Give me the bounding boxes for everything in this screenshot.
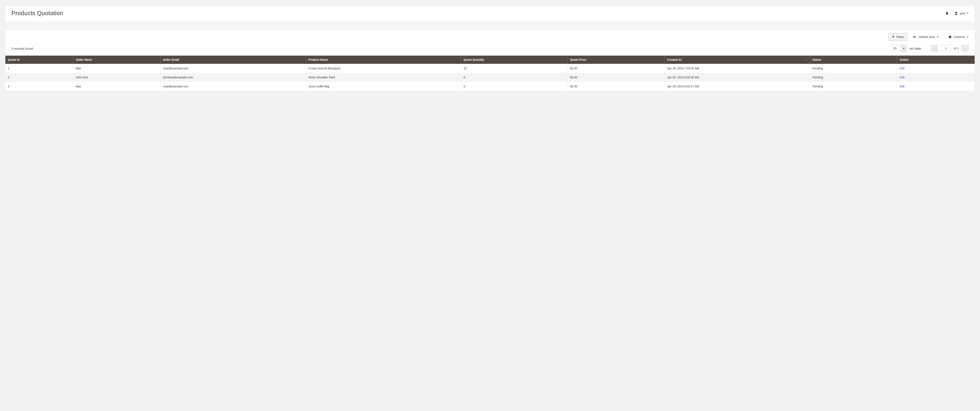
account-name: jane bbox=[960, 12, 965, 15]
action-cell: Edit bbox=[897, 82, 975, 91]
table-cell: Crown Summit Backpack bbox=[306, 64, 461, 73]
table-cell: 10 bbox=[461, 64, 568, 73]
grid-toolbar: Filters Default View Columns bbox=[5, 30, 975, 41]
page-header: Products Quotation jane bbox=[5, 6, 975, 22]
table-cell: Pending bbox=[810, 73, 897, 82]
table-row: 3Maxmax@example.comJoust Duffle Bag5$2.0… bbox=[5, 82, 975, 91]
edit-link[interactable]: Edit bbox=[900, 76, 905, 79]
total-pages-label: of 1 bbox=[954, 47, 959, 50]
column-header[interactable]: Created At↑ bbox=[664, 56, 810, 64]
current-page-input[interactable] bbox=[941, 45, 951, 52]
chevron-down-icon bbox=[903, 48, 905, 49]
table-cell: Jan 29, 2019 7:33:00 AM bbox=[664, 64, 810, 73]
grid-meta: 3 records found per page of 1 bbox=[5, 41, 975, 56]
table-cell: Max bbox=[73, 64, 161, 73]
account-menu[interactable]: jane bbox=[954, 11, 969, 15]
next-page-button[interactable] bbox=[961, 45, 969, 52]
edit-link[interactable]: Edit bbox=[900, 85, 905, 88]
chevron-down-icon bbox=[967, 37, 969, 38]
prev-page-button[interactable] bbox=[931, 45, 938, 52]
table-cell: 3 bbox=[5, 82, 73, 91]
funnel-icon bbox=[892, 35, 895, 38]
table-cell: Jan 29, 2019 6:58:26 AM bbox=[664, 73, 810, 82]
column-header[interactable]: Product Name bbox=[306, 56, 461, 64]
filters-button[interactable]: Filters bbox=[888, 33, 908, 41]
table-cell: John Doe bbox=[73, 73, 161, 82]
header-band bbox=[5, 22, 975, 30]
page-title: Products Quotation bbox=[11, 10, 63, 17]
column-header[interactable]: Status bbox=[810, 56, 897, 64]
table-cell: Pending bbox=[810, 64, 897, 73]
per-page-label: per page bbox=[910, 47, 921, 50]
column-header[interactable]: Action bbox=[897, 56, 975, 64]
table-cell: $2.00 bbox=[568, 64, 665, 73]
per-page-input[interactable] bbox=[891, 45, 900, 52]
per-page-dropdown[interactable] bbox=[900, 45, 907, 52]
edit-link[interactable]: Edit bbox=[900, 67, 905, 70]
chevron-right-icon bbox=[964, 47, 966, 50]
notifications-button[interactable] bbox=[945, 11, 949, 15]
table-cell: 6 bbox=[461, 73, 568, 82]
table-row: 2John Doejohndoe@example.comStrive Shoul… bbox=[5, 73, 975, 82]
view-selector[interactable]: Default View bbox=[912, 35, 939, 38]
table-cell: 1 bbox=[5, 64, 73, 73]
table-cell: $3.00 bbox=[568, 73, 665, 82]
user-icon bbox=[954, 11, 958, 15]
pager: per page of 1 bbox=[891, 45, 969, 52]
view-label: Default View bbox=[919, 35, 935, 38]
table-cell: max@example.com bbox=[161, 64, 306, 73]
table-cell: 2 bbox=[5, 73, 73, 82]
table-cell: Pending bbox=[810, 82, 897, 91]
table-cell: johndoe@example.com bbox=[161, 73, 306, 82]
records-count: 3 records found bbox=[11, 47, 33, 50]
chevron-left-icon bbox=[934, 47, 935, 50]
header-controls: jane bbox=[945, 11, 969, 15]
column-header[interactable]: Quote Price bbox=[568, 56, 665, 64]
action-cell: Edit bbox=[897, 73, 975, 82]
table-header-row: Quote IdSeller NameSeller EmailProduct N… bbox=[5, 56, 975, 64]
per-page-control bbox=[891, 45, 907, 52]
column-header[interactable]: Quote Id bbox=[5, 56, 73, 64]
table-cell: $2.00 bbox=[568, 82, 665, 91]
table-cell: Jan 29, 2019 6:52:57 AM bbox=[664, 82, 810, 91]
chevron-down-icon bbox=[967, 13, 969, 14]
filters-label: Filters bbox=[896, 35, 904, 38]
chevron-down-icon bbox=[937, 37, 939, 38]
data-grid: Quote IdSeller NameSeller EmailProduct N… bbox=[5, 56, 975, 91]
column-header[interactable]: Quote Quantity bbox=[461, 56, 568, 64]
eye-icon bbox=[912, 35, 916, 38]
table-cell: Max bbox=[73, 82, 161, 91]
action-cell: Edit bbox=[897, 64, 975, 73]
table-cell: max@example.com bbox=[161, 82, 306, 91]
table-body: 1Maxmax@example.comCrown Summit Backpack… bbox=[5, 64, 975, 91]
sort-indicator-icon: ↑ bbox=[806, 58, 807, 61]
columns-label: Columns bbox=[953, 35, 965, 38]
table-cell: Joust Duffle Bag bbox=[306, 82, 461, 91]
column-header[interactable]: Seller Email bbox=[161, 56, 306, 64]
table-cell: Strive Shoulder Pack bbox=[306, 73, 461, 82]
table-cell: 5 bbox=[461, 82, 568, 91]
gear-icon bbox=[948, 35, 951, 39]
column-header[interactable]: Seller Name bbox=[73, 56, 161, 64]
page-card: Products Quotation jane Filters Def bbox=[5, 6, 975, 91]
bell-icon bbox=[945, 11, 949, 15]
columns-selector[interactable]: Columns bbox=[948, 35, 969, 39]
separator bbox=[943, 34, 943, 40]
table-row: 1Maxmax@example.comCrown Summit Backpack… bbox=[5, 64, 975, 73]
